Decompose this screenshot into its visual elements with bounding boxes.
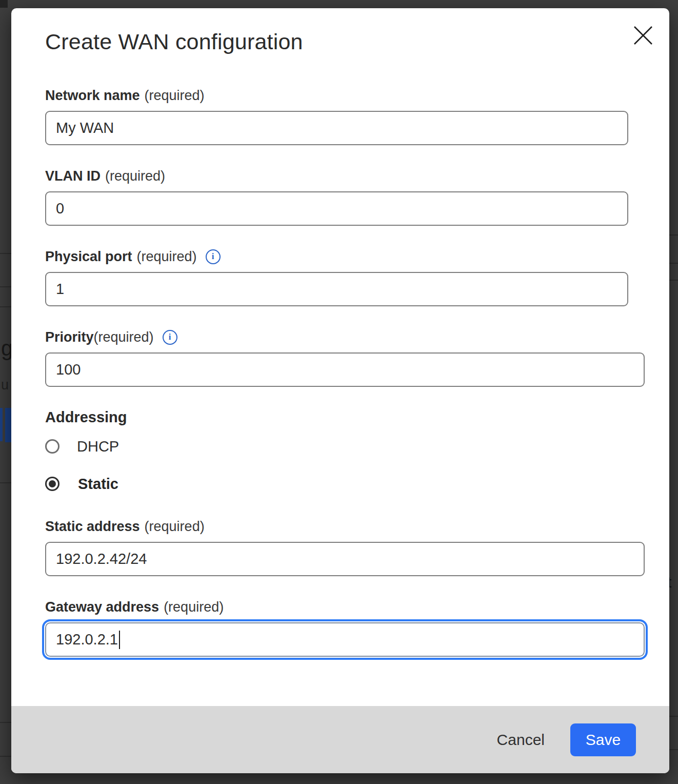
text-cursor bbox=[119, 631, 120, 649]
dialog-title: Create WAN configuration bbox=[45, 29, 303, 54]
background-button-fragment bbox=[0, 408, 3, 441]
background-table-line bbox=[0, 306, 11, 307]
dialog-footer: Cancel Save bbox=[11, 706, 669, 773]
radio-unselected-icon[interactable] bbox=[45, 439, 59, 454]
background-table-line bbox=[0, 482, 11, 483]
background-button-fragment bbox=[5, 408, 11, 442]
background-table-line bbox=[668, 749, 678, 750]
network-name-label: Network name (required) bbox=[45, 87, 205, 104]
vlan-id-label: VLAN ID (required) bbox=[45, 168, 165, 184]
addressing-option-dhcp[interactable]: DHCP bbox=[45, 438, 119, 455]
background-table-line bbox=[668, 716, 678, 717]
background-text-fragment: u bbox=[1, 377, 9, 393]
save-button[interactable]: Save bbox=[570, 723, 636, 756]
physical-port-input[interactable]: 1 bbox=[45, 272, 628, 306]
gateway-address-input[interactable]: 192.0.2.1 bbox=[45, 622, 645, 657]
priority-input[interactable]: 100 bbox=[45, 352, 645, 387]
static-address-input[interactable]: 192.0.2.42/24 bbox=[45, 542, 645, 576]
static-address-label: Static address (required) bbox=[45, 518, 205, 535]
close-x-glyph bbox=[633, 25, 653, 46]
close-icon[interactable] bbox=[630, 22, 656, 49]
addressing-option-static[interactable]: Static bbox=[45, 476, 118, 492]
background-table-line bbox=[0, 286, 11, 287]
priority-label: Priority (required) i bbox=[45, 329, 177, 345]
cancel-button[interactable]: Cancel bbox=[496, 728, 546, 752]
physical-port-label: Physical port (required) i bbox=[45, 248, 221, 265]
background-table-line bbox=[668, 234, 678, 236]
background-table-line bbox=[668, 280, 678, 281]
info-icon[interactable]: i bbox=[206, 249, 221, 264]
background-table-line bbox=[0, 756, 11, 757]
addressing-heading: Addressing bbox=[45, 409, 127, 426]
background-table-line bbox=[0, 253, 11, 254]
gateway-address-label: Gateway address (required) bbox=[45, 599, 224, 615]
create-wan-configuration-dialog: Create WAN configuration Network name (r… bbox=[11, 8, 669, 773]
radio-selected-icon[interactable] bbox=[45, 477, 59, 491]
background-dark-corner bbox=[0, 0, 8, 8]
info-icon[interactable]: i bbox=[163, 330, 177, 345]
vlan-id-input[interactable]: 0 bbox=[45, 191, 628, 226]
background-table-line bbox=[668, 263, 678, 264]
background-table-line bbox=[0, 722, 11, 723]
network-name-input[interactable]: My WAN bbox=[45, 111, 628, 145]
